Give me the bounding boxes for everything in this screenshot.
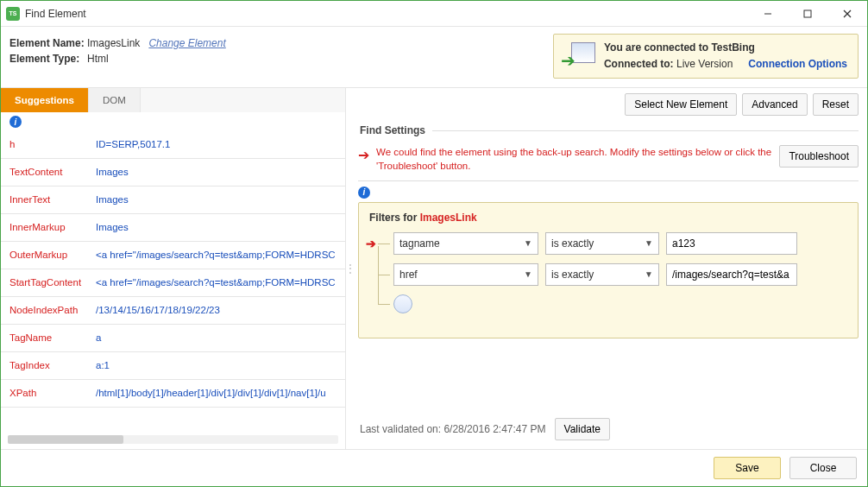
suggestion-key: InnerText	[9, 193, 96, 206]
suggestion-key: TextContent	[9, 166, 96, 179]
suggestion-value: ID=SERP,5017.1	[96, 138, 337, 151]
suggestion-value: Images	[96, 166, 337, 179]
element-name-label: Element Name:	[9, 37, 87, 49]
find-element-window: TS Find Element Element Name: ImagesLink…	[0, 0, 868, 487]
element-type-value: Html	[87, 53, 109, 65]
select-new-element-button[interactable]: Select New Element	[625, 93, 737, 116]
filter-value-input[interactable]	[666, 263, 797, 286]
suggestion-value: Images	[96, 193, 337, 206]
filter-operator-select[interactable]: is exactly▼	[545, 263, 659, 286]
connection-icon: ➔	[561, 41, 595, 72]
filter-add-row	[393, 294, 847, 313]
close-window-button[interactable]	[827, 1, 867, 27]
suggestions-table: hID=SERP,5017.1TextContentImagesInnerTex…	[1, 131, 345, 433]
pane-splitter[interactable]: ⋮	[346, 88, 355, 449]
filter-attribute-select[interactable]: href▼	[393, 263, 538, 286]
tab-suggestions[interactable]: Suggestions	[1, 88, 89, 112]
suggestion-value: /13/14/15/16/17/18/19/22/23	[96, 304, 337, 317]
left-panel: Suggestions DOM i hID=SERP,5017.1TextCon…	[1, 88, 346, 449]
table-row[interactable]: hID=SERP,5017.1	[1, 131, 345, 159]
minimize-button[interactable]	[748, 1, 788, 27]
validate-row: Last validated on: 6/28/2016 2:47:47 PM …	[358, 399, 859, 444]
suggestion-value: a	[96, 332, 337, 345]
footer: Save Close	[1, 449, 867, 486]
connection-status: You are connected to TestBing	[604, 40, 847, 56]
filter-operator-select[interactable]: is exactly▼	[545, 232, 659, 255]
suggestion-value: a:1	[96, 359, 337, 372]
info-icon[interactable]: i	[358, 187, 370, 199]
tab-dom[interactable]: DOM	[89, 88, 141, 112]
element-name-value: ImagesLink	[87, 37, 140, 49]
suggestion-key: OuterMarkup	[9, 249, 96, 262]
table-row[interactable]: InnerMarkupImages	[1, 214, 345, 242]
info-icon[interactable]: i	[9, 116, 22, 128]
add-filter-button[interactable]	[393, 294, 412, 313]
svg-rect-1	[804, 10, 811, 17]
filter-value-input[interactable]	[666, 232, 797, 255]
suggestion-key: TagIndex	[9, 359, 96, 372]
table-row[interactable]: InnerTextImages	[1, 187, 345, 214]
suggestion-key: XPath	[9, 387, 96, 400]
connected-to-label: Connected to:	[604, 58, 674, 70]
table-row[interactable]: NodeIndexPath/13/14/15/16/17/18/19/22/23	[1, 297, 345, 325]
suggestion-value: Images	[96, 221, 337, 234]
table-row[interactable]: TextContentImages	[1, 159, 345, 187]
troubleshoot-button[interactable]: Troubleshoot	[779, 145, 859, 168]
filters-panel: Filters for ImagesLink ➔tagname▼is exact…	[358, 202, 859, 338]
window-controls	[748, 1, 867, 27]
reset-button[interactable]: Reset	[813, 93, 859, 116]
suggestion-key: InnerMarkup	[9, 221, 96, 234]
suggestion-key: h	[9, 138, 96, 151]
titlebar: TS Find Element	[1, 1, 867, 27]
connection-panel: ➔ You are connected to TestBing Connecte…	[553, 34, 859, 79]
table-row[interactable]: TagNamea	[1, 325, 345, 352]
table-row[interactable]: OuterMarkup<a href="/images/search?q=tes…	[1, 242, 345, 269]
suggestion-key: StartTagContent	[9, 276, 96, 289]
horizontal-scrollbar[interactable]	[8, 435, 338, 444]
filter-lead-arrow-icon: ➔	[366, 237, 376, 250]
change-element-link[interactable]: Change Element	[148, 37, 225, 49]
app-icon: TS	[6, 7, 20, 21]
table-row[interactable]: TagIndexa:1	[1, 352, 345, 380]
close-button[interactable]: Close	[789, 457, 857, 479]
validate-button[interactable]: Validate	[555, 418, 610, 440]
table-row[interactable]: StartTagContent<a href="/images/search?q…	[1, 269, 345, 297]
suggestion-value: <a href="/images/search?q=test&amp;FORM=…	[96, 249, 337, 262]
suggestion-value: <a href="/images/search?q=test&amp;FORM=…	[96, 276, 337, 289]
table-row[interactable]: XPath/html[1]/body[1]/header[1]/div[1]/d…	[1, 380, 345, 408]
filter-row: href▼is exactly▼	[393, 263, 847, 286]
element-type-label: Element Type:	[9, 53, 87, 65]
right-panel: Select New Element Advanced Reset Find S…	[355, 88, 867, 449]
suggestion-value: /html[1]/body[1]/header[1]/div[1]/div[1]…	[96, 387, 337, 400]
save-button[interactable]: Save	[714, 457, 781, 479]
connection-options-link[interactable]: Connection Options	[748, 56, 847, 73]
suggestion-key: NodeIndexPath	[9, 304, 96, 317]
suggestion-key: TagName	[9, 332, 96, 345]
advanced-button[interactable]: Advanced	[742, 93, 807, 116]
filter-row: ➔tagname▼is exactly▼	[393, 232, 847, 255]
connected-to-value: Live Version	[676, 58, 733, 70]
find-settings-header: Find Settings	[358, 121, 427, 140]
header-info: Element Name: ImagesLink Change Element …	[1, 27, 867, 87]
maximize-button[interactable]	[788, 1, 827, 27]
filter-attribute-select[interactable]: tagname▼	[393, 232, 538, 255]
filters-title: Filters for ImagesLink	[369, 212, 847, 224]
warning-row: ➔ We could find the element using the ba…	[358, 145, 859, 173]
window-title: Find Element	[25, 8, 86, 20]
last-validated-label: Last validated on:	[360, 423, 441, 435]
last-validated-value: 6/28/2016 2:47:47 PM	[443, 423, 545, 435]
warning-text: We could find the element using the back…	[376, 145, 772, 173]
warning-arrow-icon: ➔	[358, 145, 369, 163]
tabs: Suggestions DOM	[1, 88, 345, 112]
